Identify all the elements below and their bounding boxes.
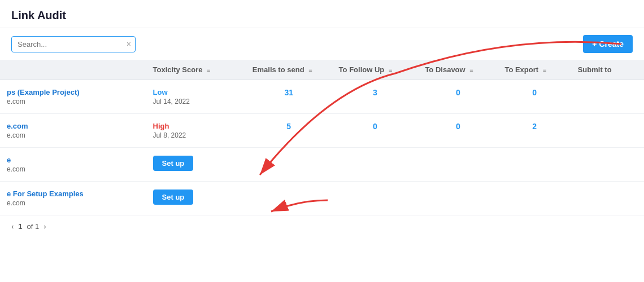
page-title: Link Audit (11, 9, 66, 22)
toolbar: × + Create (0, 28, 644, 60)
emails-cell (246, 182, 332, 215)
followup-count: 0 (373, 122, 377, 131)
export-cell: 0 (498, 80, 571, 114)
col-header-disavow[interactable]: To Disavow ≡ (418, 60, 498, 80)
disavow-cell (418, 182, 498, 215)
toxicity-cell: High Jul 8, 2022 (146, 114, 246, 148)
col-header-followup[interactable]: To Follow Up ≡ (332, 60, 419, 80)
page-total: of 1 (27, 222, 40, 231)
project-cell: ps (Example Project) e.com (0, 80, 146, 114)
export-filter-icon[interactable]: ≡ (543, 67, 546, 73)
emails-filter-icon[interactable]: ≡ (308, 67, 312, 73)
export-cell (498, 182, 571, 215)
project-domain: e.com (7, 131, 140, 139)
toxicity-level: High (153, 122, 239, 130)
emails-count: 5 (286, 122, 291, 131)
project-name[interactable]: e.com (7, 122, 140, 130)
disavow-filter-icon[interactable]: ≡ (469, 67, 473, 73)
submit-cell (571, 148, 644, 182)
project-name[interactable]: e For Setup Examples (7, 190, 140, 198)
export-count: 2 (532, 122, 537, 131)
main-table: Toxicity Score ≡ Emails to send ≡ To Fol… (0, 60, 644, 215)
submit-cell (571, 182, 644, 215)
followup-cell: 3 (332, 80, 419, 114)
setup-button[interactable]: Set up (153, 156, 194, 171)
page-number: 1 (18, 222, 22, 231)
emails-cell (246, 148, 332, 182)
emails-cell: 5 (246, 114, 332, 148)
col-header-project (0, 60, 146, 80)
followup-cell: 0 (332, 114, 419, 148)
toxicity-date: Jul 14, 2022 (153, 98, 239, 105)
toxicity-level: Low (153, 88, 239, 96)
followup-cell (332, 182, 419, 215)
table-row: e e.com Set up (0, 148, 644, 182)
table-row: e For Setup Examples e.com Set up (0, 182, 644, 215)
toxicity-date: Jul 8, 2022 (153, 131, 239, 139)
table-container: Toxicity Score ≡ Emails to send ≡ To Fol… (0, 60, 644, 215)
pagination-prev-icon[interactable]: ‹ (11, 222, 14, 231)
setup-button[interactable]: Set up (153, 190, 194, 205)
export-count: 0 (532, 88, 537, 97)
emails-count: 31 (284, 88, 293, 97)
table-row: ps (Example Project) e.com Low Jul 14, 2… (0, 80, 644, 114)
pagination-next-icon[interactable]: › (43, 222, 46, 231)
project-name[interactable]: e (7, 156, 140, 164)
search-wrapper: × (11, 36, 136, 52)
disavow-count: 0 (456, 88, 460, 97)
export-cell: 2 (498, 114, 571, 148)
disavow-cell: 0 (418, 114, 498, 148)
followup-filter-icon[interactable]: ≡ (389, 67, 392, 73)
project-cell: e e.com (0, 148, 146, 182)
disavow-count: 0 (456, 122, 460, 131)
table-row: e.com e.com High Jul 8, 2022 5002 (0, 114, 644, 148)
project-domain: e.com (7, 98, 140, 105)
submit-cell (571, 114, 644, 148)
followup-cell (332, 148, 419, 182)
col-header-emails[interactable]: Emails to send ≡ (246, 60, 332, 80)
project-cell: e For Setup Examples e.com (0, 182, 146, 215)
project-domain: e.com (7, 199, 140, 207)
toxicity-filter-icon[interactable]: ≡ (207, 67, 210, 73)
page-wrapper: Link Audit × + Create Toxicity Score ≡ (0, 0, 644, 282)
toxicity-cell: Set up (146, 148, 246, 182)
export-cell (498, 148, 571, 182)
toxicity-cell: Set up (146, 182, 246, 215)
toxicity-cell: Low Jul 14, 2022 (146, 80, 246, 114)
followup-count: 3 (373, 88, 377, 97)
create-button[interactable]: + Create (583, 35, 633, 53)
search-clear-icon[interactable]: × (127, 40, 131, 48)
disavow-cell: 0 (418, 80, 498, 114)
submit-cell (571, 80, 644, 114)
page-header: Link Audit (0, 0, 644, 28)
table-body: ps (Example Project) e.com Low Jul 14, 2… (0, 80, 644, 215)
disavow-cell (418, 148, 498, 182)
col-header-submit: Submit to (571, 60, 644, 80)
table-footer: ‹ 1 of 1 › (0, 215, 644, 237)
project-name[interactable]: ps (Example Project) (7, 88, 140, 96)
project-cell: e.com e.com (0, 114, 146, 148)
table-header-row: Toxicity Score ≡ Emails to send ≡ To Fol… (0, 60, 644, 80)
project-domain: e.com (7, 165, 140, 173)
col-header-toxicity[interactable]: Toxicity Score ≡ (146, 60, 246, 80)
emails-cell: 31 (246, 80, 332, 114)
col-header-export[interactable]: To Export ≡ (498, 60, 571, 80)
search-input[interactable] (11, 36, 136, 52)
